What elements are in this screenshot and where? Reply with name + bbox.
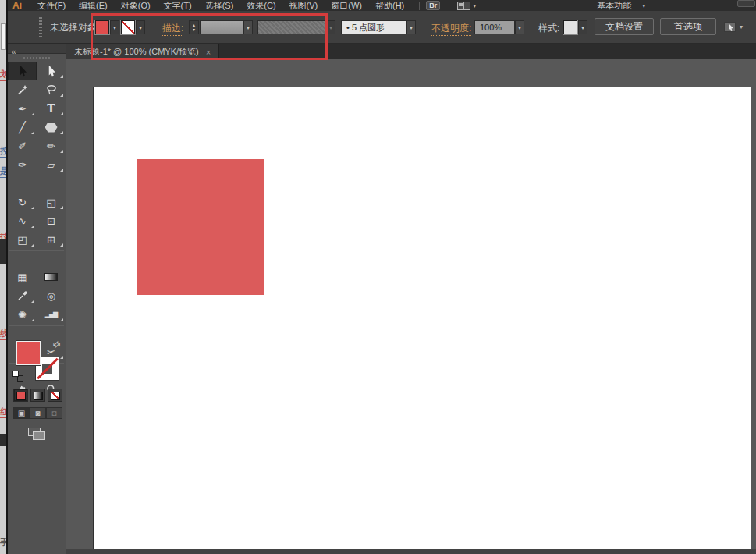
pencil-icon: ✏ (47, 140, 55, 152)
menu-effect[interactable]: 效果(C) (247, 0, 275, 12)
black-arrow-icon (18, 66, 27, 77)
preferences-button[interactable]: 首选项 (660, 18, 716, 35)
menu-file[interactable]: 文件(F) (37, 0, 66, 12)
symbol-sprayer-icon: ✺ (18, 309, 27, 321)
fill-indicator[interactable] (16, 341, 41, 365)
style-swatch[interactable] (563, 20, 577, 34)
menu-window[interactable]: 窗口(W) (331, 0, 362, 12)
paintbrush-tool[interactable]: ✐ (8, 137, 37, 155)
eraser-tool[interactable]: ▱ (37, 155, 66, 174)
menu-edit[interactable]: 编辑(E) (79, 0, 108, 12)
screen: 划 控 是 技 线 红 手 Ai 文件(F) 编辑(E) 对象(O) 文字(T)… (0, 0, 756, 554)
menu-select[interactable]: 选择(S) (205, 0, 234, 12)
stroke-weight-dropdown-arrow-icon[interactable] (243, 20, 253, 34)
workspace-switcher[interactable]: 基本功能 ▾ (597, 0, 645, 12)
artboard[interactable] (94, 87, 751, 549)
stroke-color-swatch[interactable] (121, 20, 135, 34)
line-icon: ╱ (19, 121, 25, 133)
width-tool[interactable]: ∿ (8, 211, 37, 230)
default-fill-stroke-icon[interactable] (12, 371, 25, 383)
blend-icon: ◎ (47, 290, 55, 302)
fill-stroke-indicator: ⇆ (8, 341, 66, 388)
bridge-button[interactable]: Br (426, 1, 440, 10)
background-text-fragment: 是 (0, 165, 6, 178)
opacity-field[interactable]: 100% (474, 20, 515, 34)
menu-help[interactable]: 帮助(H) (375, 0, 404, 12)
fill-color-swatch[interactable] (95, 20, 109, 34)
scale-icon: ◱ (46, 197, 55, 208)
align-options-icon[interactable] (724, 22, 736, 32)
perspective-grid-tool[interactable]: ⊞ (37, 230, 66, 249)
blob-brush-tool[interactable]: ✑ (8, 155, 37, 174)
close-tab-icon[interactable]: × (206, 48, 211, 57)
brush-definition-field[interactable]: • 5 点圆形 (341, 20, 406, 34)
menu-type[interactable]: 文字(T) (164, 0, 192, 12)
lasso-tool[interactable] (37, 80, 66, 99)
background-window-strip: 划 控 是 技 线 红 手 (0, 0, 6, 554)
panel-grip[interactable] (39, 17, 42, 37)
paintbrush-icon: ✐ (18, 140, 27, 152)
style-dropdown-arrow-icon[interactable] (578, 20, 587, 34)
background-text-fragment: 线 (0, 328, 6, 340)
opacity-panel-link[interactable]: 不透明度: (431, 22, 471, 36)
color-fill-button[interactable] (13, 389, 28, 402)
mesh-tool[interactable]: ▦ (8, 268, 37, 286)
draw-behind-button[interactable]: ◙ (30, 407, 46, 419)
stroke-panel-link[interactable]: 描边: (162, 22, 183, 36)
brush-dropdown-arrow-icon[interactable] (406, 20, 416, 34)
width-profile-dropdown-arrow-icon[interactable] (326, 20, 335, 34)
arrange-documents-icon[interactable] (457, 2, 470, 10)
menu-bar: Ai 文件(F) 编辑(E) 对象(O) 文字(T) 选择(S) 效果(C) 视… (8, 0, 756, 11)
stroke-weight-stepper[interactable]: ▴▾ (189, 20, 199, 34)
pen-tool[interactable]: ✒ (8, 99, 37, 118)
document-setup-button[interactable]: 文档设置 (595, 18, 654, 35)
canvas-area[interactable] (66, 59, 756, 554)
gradient-fill-button[interactable] (30, 389, 45, 402)
chevron-down-icon[interactable]: ▾ (473, 2, 476, 9)
none-icon (51, 392, 60, 400)
magic-wand-tool[interactable] (8, 80, 37, 99)
pencil-tool[interactable]: ✏ (37, 137, 66, 155)
background-text-fragment: 手 (0, 537, 6, 549)
line-segment-tool[interactable]: ╱ (8, 118, 37, 137)
window-button-fragment[interactable] (737, 0, 755, 7)
solid-color-icon (16, 392, 26, 400)
blend-tool[interactable]: ◎ (37, 286, 66, 305)
menu-object[interactable]: 对象(O) (121, 0, 151, 12)
symbol-sprayer-tool[interactable]: ✺ (8, 305, 37, 324)
selection-tool[interactable] (8, 62, 37, 80)
column-graph-icon: ▂▅▇ (45, 311, 57, 318)
tool-group-separator (9, 325, 64, 326)
free-transform-tool[interactable]: ⊡ (37, 211, 66, 230)
document-tab[interactable]: 未标题-1* @ 100% (CMYK/预览) × (66, 44, 219, 60)
white-arrow-icon (47, 66, 55, 77)
stroke-weight-field[interactable] (200, 20, 243, 34)
style-label: 样式: (538, 22, 559, 35)
collapse-panel-icon[interactable]: « (12, 48, 16, 56)
opacity-dropdown-arrow-icon[interactable] (515, 20, 524, 34)
type-tool[interactable]: T (37, 99, 66, 118)
none-fill-button[interactable] (48, 389, 62, 402)
selection-status: 未选择对象 (50, 11, 97, 44)
chevron-down-icon[interactable]: ▾ (740, 23, 743, 30)
fill-dropdown-arrow-icon[interactable] (110, 20, 119, 34)
direct-selection-tool[interactable] (37, 62, 66, 80)
shape-tool[interactable] (37, 118, 66, 137)
eyedropper-tool[interactable] (8, 286, 37, 305)
menu-view[interactable]: 视图(V) (289, 0, 318, 12)
color-buttons (13, 389, 62, 402)
change-screen-mode-button[interactable] (28, 428, 47, 442)
width-profile-field[interactable] (257, 20, 326, 34)
red-rectangle-shape[interactable] (137, 159, 264, 295)
tools-panel-grip[interactable] (23, 57, 50, 59)
draw-inside-button[interactable]: ◘ (46, 407, 62, 419)
gradient-tool[interactable] (37, 268, 66, 286)
stroke-dropdown-arrow-icon[interactable] (136, 20, 145, 34)
rotate-tool[interactable]: ↻ (8, 193, 37, 211)
draw-normal-button[interactable]: ▣ (13, 407, 30, 419)
eyedropper-icon (17, 290, 28, 301)
column-graph-tool[interactable]: ▂▅▇ (37, 305, 66, 324)
shape-builder-icon: ◰ (17, 234, 27, 246)
shape-builder-tool[interactable]: ◰ (8, 230, 37, 249)
scale-tool[interactable]: ◱ (37, 193, 66, 211)
